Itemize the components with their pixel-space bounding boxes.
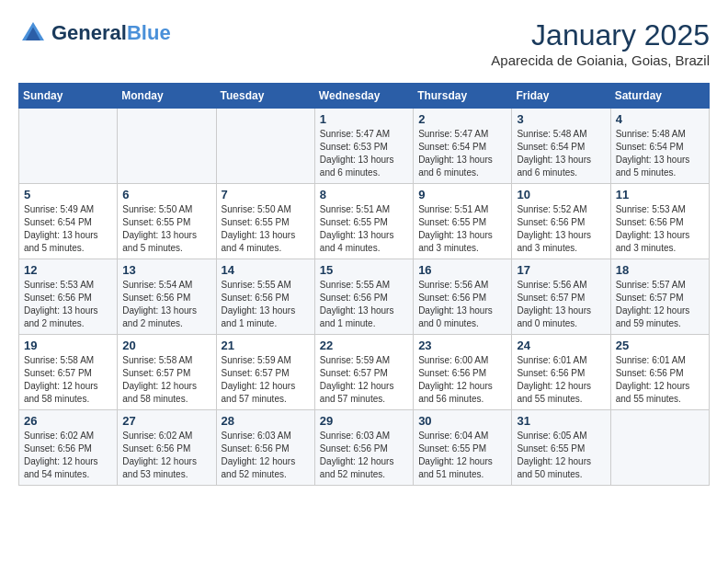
day-number: 7 xyxy=(222,188,310,201)
logo-text: GeneralBlue xyxy=(51,22,171,44)
calendar-week-3: 12Sunrise: 5:53 AM Sunset: 6:56 PM Dayli… xyxy=(19,259,710,335)
day-number: 16 xyxy=(418,263,506,277)
day-info: Sunrise: 6:05 AM Sunset: 6:55 PM Dayligh… xyxy=(517,430,605,481)
day-number: 17 xyxy=(517,263,605,277)
weekday-header-sunday: Sunday xyxy=(19,84,118,109)
day-number: 20 xyxy=(122,339,210,352)
day-number: 11 xyxy=(616,188,704,201)
calendar-cell: 26Sunrise: 6:02 AM Sunset: 6:56 PM Dayli… xyxy=(19,410,118,486)
calendar-cell xyxy=(610,410,709,486)
day-info: Sunrise: 5:53 AM Sunset: 6:56 PM Dayligh… xyxy=(24,279,112,330)
calendar-cell xyxy=(216,109,314,184)
weekday-header-tuesday: Tuesday xyxy=(216,84,314,109)
day-number: 2 xyxy=(418,112,506,126)
day-number: 29 xyxy=(320,414,408,428)
day-info: Sunrise: 5:48 AM Sunset: 6:54 PM Dayligh… xyxy=(517,128,605,179)
page-header: GeneralBlue January 2025 Aparecida de Go… xyxy=(18,18,710,68)
calendar-cell: 19Sunrise: 5:58 AM Sunset: 6:57 PM Dayli… xyxy=(19,335,118,410)
calendar-cell: 3Sunrise: 5:48 AM Sunset: 6:54 PM Daylig… xyxy=(512,109,610,184)
day-info: Sunrise: 5:54 AM Sunset: 6:56 PM Dayligh… xyxy=(122,279,210,330)
day-info: Sunrise: 6:01 AM Sunset: 6:56 PM Dayligh… xyxy=(616,354,704,406)
day-info: Sunrise: 6:02 AM Sunset: 6:56 PM Dayligh… xyxy=(122,430,210,481)
weekday-header-wednesday: Wednesday xyxy=(314,84,413,109)
calendar-cell: 13Sunrise: 5:54 AM Sunset: 6:56 PM Dayli… xyxy=(118,259,216,335)
weekday-header-thursday: Thursday xyxy=(414,84,512,109)
day-info: Sunrise: 5:57 AM Sunset: 6:57 PM Dayligh… xyxy=(616,279,704,330)
calendar-cell: 23Sunrise: 6:00 AM Sunset: 6:56 PM Dayli… xyxy=(414,335,512,410)
day-info: Sunrise: 5:56 AM Sunset: 6:57 PM Dayligh… xyxy=(517,279,605,330)
calendar-cell: 2Sunrise: 5:47 AM Sunset: 6:54 PM Daylig… xyxy=(414,109,512,184)
day-info: Sunrise: 5:47 AM Sunset: 6:53 PM Dayligh… xyxy=(320,128,408,179)
calendar-cell xyxy=(118,109,216,184)
weekday-header-friday: Friday xyxy=(512,84,610,109)
calendar-cell: 4Sunrise: 5:48 AM Sunset: 6:54 PM Daylig… xyxy=(610,109,709,184)
calendar-week-4: 19Sunrise: 5:58 AM Sunset: 6:57 PM Dayli… xyxy=(19,335,710,410)
day-number: 23 xyxy=(418,339,506,352)
day-info: Sunrise: 6:04 AM Sunset: 6:55 PM Dayligh… xyxy=(418,430,506,481)
calendar-cell: 15Sunrise: 5:55 AM Sunset: 6:56 PM Dayli… xyxy=(314,259,413,335)
weekday-header-monday: Monday xyxy=(118,84,216,109)
day-info: Sunrise: 5:52 AM Sunset: 6:56 PM Dayligh… xyxy=(517,203,605,255)
location-subtitle: Aparecida de Goiania, Goias, Brazil xyxy=(491,52,710,68)
day-info: Sunrise: 6:01 AM Sunset: 6:56 PM Dayligh… xyxy=(517,354,605,406)
calendar-cell: 8Sunrise: 5:51 AM Sunset: 6:55 PM Daylig… xyxy=(314,184,413,259)
day-number: 4 xyxy=(616,112,704,126)
calendar-cell: 9Sunrise: 5:51 AM Sunset: 6:55 PM Daylig… xyxy=(414,184,512,259)
day-number: 31 xyxy=(517,414,605,428)
day-number: 3 xyxy=(517,112,605,126)
day-info: Sunrise: 5:56 AM Sunset: 6:56 PM Dayligh… xyxy=(418,279,506,330)
day-number: 25 xyxy=(616,339,704,352)
calendar-cell: 25Sunrise: 6:01 AM Sunset: 6:56 PM Dayli… xyxy=(610,335,709,410)
day-number: 27 xyxy=(122,414,210,428)
day-number: 22 xyxy=(320,339,408,352)
day-info: Sunrise: 5:48 AM Sunset: 6:54 PM Dayligh… xyxy=(616,128,704,179)
day-number: 30 xyxy=(418,414,506,428)
calendar-cell: 12Sunrise: 5:53 AM Sunset: 6:56 PM Dayli… xyxy=(19,259,118,335)
day-number: 9 xyxy=(418,188,506,201)
day-info: Sunrise: 5:50 AM Sunset: 6:55 PM Dayligh… xyxy=(122,203,210,255)
calendar-cell: 14Sunrise: 5:55 AM Sunset: 6:56 PM Dayli… xyxy=(216,259,314,335)
day-number: 15 xyxy=(320,263,408,277)
calendar-cell: 1Sunrise: 5:47 AM Sunset: 6:53 PM Daylig… xyxy=(314,109,413,184)
day-info: Sunrise: 5:58 AM Sunset: 6:57 PM Dayligh… xyxy=(24,354,112,406)
day-number: 14 xyxy=(222,263,310,277)
day-number: 5 xyxy=(24,188,112,201)
month-title: January 2025 xyxy=(491,18,710,52)
calendar-cell: 22Sunrise: 5:59 AM Sunset: 6:57 PM Dayli… xyxy=(314,335,413,410)
day-info: Sunrise: 5:49 AM Sunset: 6:54 PM Dayligh… xyxy=(24,203,112,255)
day-info: Sunrise: 5:51 AM Sunset: 6:55 PM Dayligh… xyxy=(320,203,408,255)
day-info: Sunrise: 5:59 AM Sunset: 6:57 PM Dayligh… xyxy=(320,354,408,406)
day-number: 13 xyxy=(122,263,210,277)
calendar-cell: 10Sunrise: 5:52 AM Sunset: 6:56 PM Dayli… xyxy=(512,184,610,259)
day-info: Sunrise: 5:55 AM Sunset: 6:56 PM Dayligh… xyxy=(222,279,310,330)
weekday-header-row: SundayMondayTuesdayWednesdayThursdayFrid… xyxy=(19,84,710,109)
calendar-week-2: 5Sunrise: 5:49 AM Sunset: 6:54 PM Daylig… xyxy=(19,184,710,259)
day-info: Sunrise: 5:55 AM Sunset: 6:56 PM Dayligh… xyxy=(320,279,408,330)
calendar-cell: 24Sunrise: 6:01 AM Sunset: 6:56 PM Dayli… xyxy=(512,335,610,410)
day-number: 26 xyxy=(24,414,112,428)
day-number: 19 xyxy=(24,339,112,352)
day-info: Sunrise: 5:51 AM Sunset: 6:55 PM Dayligh… xyxy=(418,203,506,255)
day-number: 8 xyxy=(320,188,408,201)
day-info: Sunrise: 5:50 AM Sunset: 6:55 PM Dayligh… xyxy=(222,203,310,255)
calendar-cell: 18Sunrise: 5:57 AM Sunset: 6:57 PM Dayli… xyxy=(610,259,709,335)
calendar-cell: 16Sunrise: 5:56 AM Sunset: 6:56 PM Dayli… xyxy=(414,259,512,335)
calendar-cell: 31Sunrise: 6:05 AM Sunset: 6:55 PM Dayli… xyxy=(512,410,610,486)
calendar-week-1: 1Sunrise: 5:47 AM Sunset: 6:53 PM Daylig… xyxy=(19,109,710,184)
title-block: January 2025 Aparecida de Goiania, Goias… xyxy=(491,18,710,68)
day-info: Sunrise: 6:00 AM Sunset: 6:56 PM Dayligh… xyxy=(418,354,506,406)
calendar-cell: 20Sunrise: 5:58 AM Sunset: 6:57 PM Dayli… xyxy=(118,335,216,410)
calendar-cell: 6Sunrise: 5:50 AM Sunset: 6:55 PM Daylig… xyxy=(118,184,216,259)
logo: GeneralBlue xyxy=(18,18,171,48)
calendar-cell: 11Sunrise: 5:53 AM Sunset: 6:56 PM Dayli… xyxy=(610,184,709,259)
calendar-cell: 21Sunrise: 5:59 AM Sunset: 6:57 PM Dayli… xyxy=(216,335,314,410)
day-number: 1 xyxy=(320,112,408,126)
day-number: 10 xyxy=(517,188,605,201)
day-info: Sunrise: 5:59 AM Sunset: 6:57 PM Dayligh… xyxy=(222,354,310,406)
day-info: Sunrise: 6:02 AM Sunset: 6:56 PM Dayligh… xyxy=(24,430,112,481)
day-number: 24 xyxy=(517,339,605,352)
day-number: 18 xyxy=(616,263,704,277)
day-number: 28 xyxy=(222,414,310,428)
day-number: 6 xyxy=(122,188,210,201)
calendar-week-5: 26Sunrise: 6:02 AM Sunset: 6:56 PM Dayli… xyxy=(19,410,710,486)
